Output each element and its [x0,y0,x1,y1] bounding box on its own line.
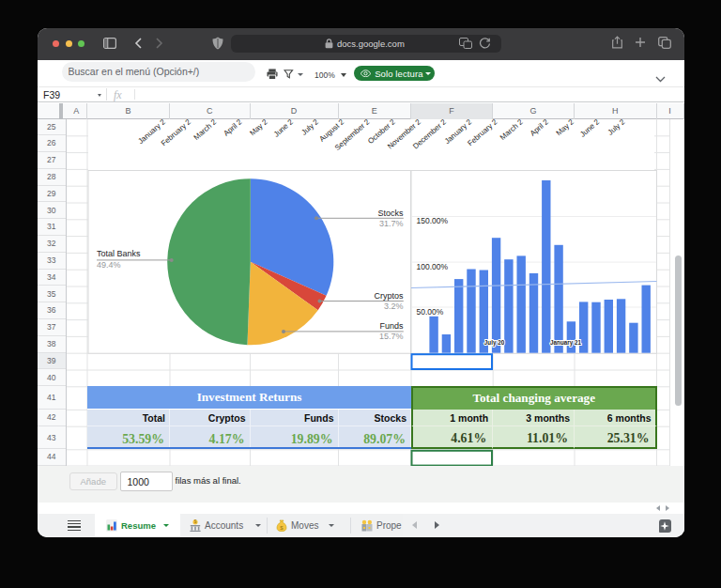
svg-text:January 21: January 21 [550,339,581,347]
svg-text:July 20: July 20 [484,339,505,347]
svg-text:49.4%: 49.4% [97,260,120,270]
svg-text:50.00%: 50.00% [416,306,443,316]
svg-text:Cryptos: Cryptos [375,290,404,300]
svg-text:Total Banks: Total Banks [97,248,141,257]
svg-text:Stocks: Stocks [378,208,404,217]
svg-text:3.2%: 3.2% [384,301,403,310]
svg-text:100.00%: 100.00% [416,262,448,271]
svg-text:15.7%: 15.7% [379,332,403,341]
svg-text:Funds: Funds [380,321,404,331]
svg-text:31.7%: 31.7% [379,218,403,227]
svg-text:150.00%: 150.00% [416,216,448,225]
